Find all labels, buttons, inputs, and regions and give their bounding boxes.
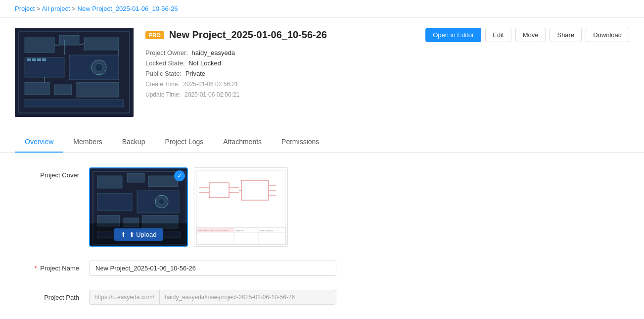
edit-button[interactable]: Edit xyxy=(485,28,511,42)
name-label: * Project Name xyxy=(15,261,79,272)
update-label: Update Time: xyxy=(145,91,181,98)
svg-rect-3 xyxy=(59,35,79,45)
create-row: Create Time: 2025-01-06 02:56:21 xyxy=(145,80,629,88)
project-name-input[interactable] xyxy=(89,261,336,276)
svg-text:EasyEDA: EasyEDA xyxy=(235,229,243,232)
download-button[interactable]: Download xyxy=(586,28,629,42)
breadcrumb: Project > All project > New Project_2025… xyxy=(0,0,644,18)
name-row: * Project Name xyxy=(15,261,629,276)
owner-label: Project Owner: xyxy=(145,49,188,56)
svg-rect-19 xyxy=(42,58,46,61)
cover-item-pcb[interactable]: ⬆ ⬆ Upload xyxy=(89,167,188,247)
locked-value: Not Locked xyxy=(188,59,221,67)
path-row: Project Path https://u.easyeda.com/ haid… xyxy=(15,290,629,305)
path-group: https://u.easyeda.com/ haidy_easyeda/new… xyxy=(89,290,336,305)
tab-members[interactable]: Members xyxy=(63,132,112,153)
svg-rect-25 xyxy=(97,176,122,188)
cover-item-schematic[interactable]: New Project 2025-01-06 10:56:26 EasyEDA … xyxy=(194,167,288,247)
locked-label: Locked State: xyxy=(145,59,185,67)
create-label: Create Time: xyxy=(145,81,180,88)
schematic-image: New Project 2025-01-06 10:56:26 EasyEDA … xyxy=(194,168,287,246)
public-row: Public State: Private xyxy=(145,70,629,77)
path-prefix: https://u.easyeda.com/ xyxy=(89,290,159,305)
svg-rect-26 xyxy=(127,173,144,182)
header-section: PRO New Project_2025-01-06_10-56-26 Open… xyxy=(0,18,644,127)
tabs-bar: Overview Members Backup Project Logs Att… xyxy=(0,132,644,153)
owner-row: Project Owner: haidy_easyeda xyxy=(145,49,629,56)
svg-rect-9 xyxy=(77,82,119,97)
svg-rect-36 xyxy=(194,168,288,247)
content-area: Project Cover xyxy=(0,153,644,319)
breadcrumb-sep2: > xyxy=(72,5,77,12)
svg-rect-18 xyxy=(37,58,41,61)
project-title: New Project_2025-01-06_10-56-26 xyxy=(169,29,327,41)
open-in-editor-button[interactable]: Open in Editor xyxy=(425,28,481,42)
move-button[interactable]: Move xyxy=(515,28,546,42)
project-thumbnail xyxy=(15,28,134,117)
breadcrumb-current[interactable]: New Project_2025-01-06_10-56-26 xyxy=(78,5,178,12)
public-label: Public State: xyxy=(145,70,182,77)
required-mark: * xyxy=(35,265,37,272)
share-button[interactable]: Share xyxy=(550,28,582,42)
svg-rect-17 xyxy=(32,58,36,61)
tab-attachments[interactable]: Attachments xyxy=(213,132,272,153)
breadcrumb-sep1: > xyxy=(37,5,42,12)
pro-badge: PRO xyxy=(145,31,164,39)
svg-rect-10 xyxy=(25,100,124,107)
create-value: 2025-01-06 02:56:21 xyxy=(183,81,238,88)
upload-button[interactable]: ⬆ ⬆ Upload xyxy=(114,228,164,241)
tab-overview[interactable]: Overview xyxy=(15,132,63,153)
cover-label: Project Cover xyxy=(15,167,79,179)
tab-project-logs[interactable]: Project Logs xyxy=(155,132,213,153)
svg-rect-2 xyxy=(25,38,54,53)
breadcrumb-all-projects[interactable]: All project xyxy=(42,5,70,12)
upload-icon: ⬆ xyxy=(121,231,126,238)
svg-rect-8 xyxy=(54,85,72,95)
svg-text:haidy_easyeda: haidy_easyeda xyxy=(260,229,274,232)
cover-row: Project Cover xyxy=(15,167,629,247)
public-value: Private xyxy=(185,70,205,77)
breadcrumb-project[interactable]: Project xyxy=(15,5,35,12)
tab-backup[interactable]: Backup xyxy=(112,132,155,153)
update-value: 2025-01-06 02:56:21 xyxy=(184,91,239,98)
svg-point-21 xyxy=(95,63,103,71)
svg-rect-7 xyxy=(25,82,49,95)
svg-text:New Project 2025-01-06 10:56:2: New Project 2025-01-06 10:56:26 xyxy=(198,229,229,232)
upload-label: ⬆ Upload xyxy=(129,231,157,238)
svg-point-35 xyxy=(159,199,165,205)
tab-permissions[interactable]: Permissions xyxy=(272,132,329,153)
cover-grid: ⬆ ⬆ Upload xyxy=(89,167,288,247)
update-row: Update Time: 2025-01-06 02:56:21 xyxy=(145,91,629,98)
svg-rect-28 xyxy=(97,193,132,211)
title-left: PRO New Project_2025-01-06_10-56-26 xyxy=(145,29,327,41)
header-buttons: Open in Editor Edit Move Share Download xyxy=(425,28,629,42)
upload-overlay: ⬆ ⬆ Upload xyxy=(90,223,187,246)
svg-rect-4 xyxy=(84,38,119,50)
path-label: Project Path xyxy=(15,290,79,301)
svg-rect-27 xyxy=(148,176,178,187)
locked-row: Locked State: Not Locked xyxy=(145,59,629,67)
title-row: PRO New Project_2025-01-06_10-56-26 Open… xyxy=(145,28,629,42)
project-info: PRO New Project_2025-01-06_10-56-26 Open… xyxy=(145,28,629,101)
owner-value: haidy_easyeda xyxy=(192,49,235,56)
svg-rect-16 xyxy=(27,58,31,61)
path-suffix: haidy_easyeda/new-project-2025-01-06-10-… xyxy=(159,290,336,305)
